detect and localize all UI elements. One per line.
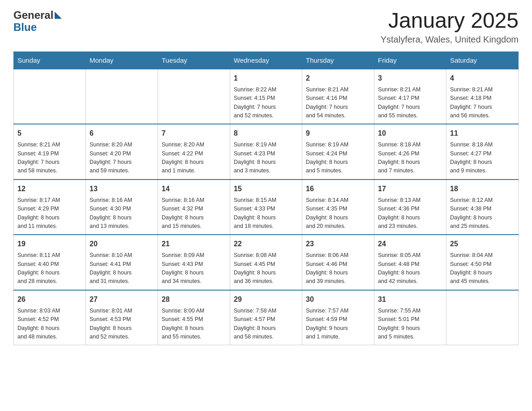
- day-info: Sunrise: 8:20 AM Sunset: 4:20 PM Dayligh…: [90, 141, 154, 176]
- day-number: 18: [450, 184, 515, 194]
- day-number: 14: [162, 184, 226, 194]
- weekday-header-wednesday: Wednesday: [230, 51, 302, 69]
- calendar-week-row: 12Sunrise: 8:17 AM Sunset: 4:29 PM Dayli…: [14, 180, 519, 235]
- calendar-cell: 17Sunrise: 8:13 AM Sunset: 4:36 PM Dayli…: [374, 180, 446, 235]
- day-info: Sunrise: 8:08 AM Sunset: 4:45 PM Dayligh…: [234, 251, 298, 286]
- day-number: 1: [234, 73, 298, 84]
- day-info: Sunrise: 7:58 AM Sunset: 4:57 PM Dayligh…: [234, 307, 298, 342]
- calendar-cell: 5Sunrise: 8:21 AM Sunset: 4:19 PM Daylig…: [14, 124, 86, 180]
- day-number: 30: [306, 294, 370, 305]
- day-info: Sunrise: 8:03 AM Sunset: 4:52 PM Dayligh…: [17, 307, 82, 342]
- calendar-week-row: 5Sunrise: 8:21 AM Sunset: 4:19 PM Daylig…: [14, 124, 519, 180]
- calendar-cell: 7Sunrise: 8:20 AM Sunset: 4:22 PM Daylig…: [158, 124, 230, 180]
- day-number: 3: [378, 73, 442, 84]
- calendar-table: SundayMondayTuesdayWednesdayThursdayFrid…: [13, 51, 519, 346]
- weekday-header-friday: Friday: [374, 51, 446, 69]
- calendar-cell: 12Sunrise: 8:17 AM Sunset: 4:29 PM Dayli…: [14, 180, 86, 235]
- calendar-week-row: 26Sunrise: 8:03 AM Sunset: 4:52 PM Dayli…: [14, 290, 519, 345]
- day-info: Sunrise: 8:11 AM Sunset: 4:40 PM Dayligh…: [17, 251, 82, 286]
- calendar-week-row: 1Sunrise: 8:22 AM Sunset: 4:15 PM Daylig…: [14, 69, 519, 124]
- day-info: Sunrise: 8:05 AM Sunset: 4:48 PM Dayligh…: [378, 251, 442, 286]
- logo-wordmark: General Blue: [13, 9, 62, 34]
- day-info: Sunrise: 8:21 AM Sunset: 4:19 PM Dayligh…: [17, 141, 82, 176]
- calendar-cell: 13Sunrise: 8:16 AM Sunset: 4:30 PM Dayli…: [86, 180, 158, 235]
- calendar-cell: [158, 69, 230, 124]
- title-area: January 2025 Ystalyfera, Wales, United K…: [381, 9, 519, 45]
- day-number: 10: [378, 128, 442, 139]
- day-number: 16: [306, 184, 370, 194]
- day-number: 29: [234, 294, 298, 305]
- day-number: 20: [90, 239, 154, 249]
- day-info: Sunrise: 8:14 AM Sunset: 4:35 PM Dayligh…: [306, 196, 370, 231]
- day-number: 23: [306, 239, 370, 249]
- weekday-header-tuesday: Tuesday: [158, 51, 230, 69]
- day-info: Sunrise: 8:01 AM Sunset: 4:53 PM Dayligh…: [90, 307, 154, 342]
- day-info: Sunrise: 8:22 AM Sunset: 4:15 PM Dayligh…: [234, 86, 298, 120]
- calendar-cell: 15Sunrise: 8:15 AM Sunset: 4:33 PM Dayli…: [230, 180, 302, 235]
- calendar-cell: [446, 290, 519, 345]
- calendar-cell: 19Sunrise: 8:11 AM Sunset: 4:40 PM Dayli…: [14, 235, 86, 290]
- day-info: Sunrise: 8:06 AM Sunset: 4:46 PM Dayligh…: [306, 251, 370, 286]
- day-number: 13: [90, 184, 154, 194]
- day-number: 26: [17, 294, 82, 305]
- calendar-cell: 1Sunrise: 8:22 AM Sunset: 4:15 PM Daylig…: [230, 69, 302, 124]
- day-number: 15: [234, 184, 298, 194]
- calendar-cell: 10Sunrise: 8:18 AM Sunset: 4:26 PM Dayli…: [374, 124, 446, 180]
- calendar-week-row: 19Sunrise: 8:11 AM Sunset: 4:40 PM Dayli…: [14, 235, 519, 290]
- day-info: Sunrise: 8:19 AM Sunset: 4:23 PM Dayligh…: [234, 141, 298, 176]
- calendar-cell: 23Sunrise: 8:06 AM Sunset: 4:46 PM Dayli…: [302, 235, 374, 290]
- calendar-cell: 4Sunrise: 8:21 AM Sunset: 4:18 PM Daylig…: [446, 69, 519, 124]
- day-info: Sunrise: 8:15 AM Sunset: 4:33 PM Dayligh…: [234, 196, 298, 231]
- calendar-header-row: SundayMondayTuesdayWednesdayThursdayFrid…: [14, 51, 519, 69]
- calendar-cell: 14Sunrise: 8:16 AM Sunset: 4:32 PM Dayli…: [158, 180, 230, 235]
- weekday-header-monday: Monday: [86, 51, 158, 69]
- day-info: Sunrise: 8:19 AM Sunset: 4:24 PM Dayligh…: [306, 141, 370, 176]
- day-info: Sunrise: 8:20 AM Sunset: 4:22 PM Dayligh…: [162, 141, 226, 176]
- day-info: Sunrise: 8:00 AM Sunset: 4:55 PM Dayligh…: [162, 307, 226, 342]
- calendar-cell: 3Sunrise: 8:21 AM Sunset: 4:17 PM Daylig…: [374, 69, 446, 124]
- day-number: 19: [17, 239, 82, 249]
- day-info: Sunrise: 8:16 AM Sunset: 4:30 PM Dayligh…: [90, 196, 154, 231]
- calendar-cell: 16Sunrise: 8:14 AM Sunset: 4:35 PM Dayli…: [302, 180, 374, 235]
- day-number: 21: [162, 239, 226, 249]
- calendar-cell: 2Sunrise: 8:21 AM Sunset: 4:16 PM Daylig…: [302, 69, 374, 124]
- calendar-cell: [86, 69, 158, 124]
- day-number: 7: [162, 128, 226, 139]
- day-number: 24: [378, 239, 442, 249]
- day-info: Sunrise: 8:04 AM Sunset: 4:50 PM Dayligh…: [450, 251, 515, 286]
- day-number: 25: [450, 239, 515, 249]
- day-info: Sunrise: 8:21 AM Sunset: 4:17 PM Dayligh…: [378, 86, 442, 120]
- weekday-header-saturday: Saturday: [446, 51, 519, 69]
- weekday-header-sunday: Sunday: [14, 51, 86, 69]
- calendar-cell: 29Sunrise: 7:58 AM Sunset: 4:57 PM Dayli…: [230, 290, 302, 345]
- page-header: General Blue January 2025 Ystalyfera, Wa…: [13, 9, 519, 45]
- day-info: Sunrise: 8:16 AM Sunset: 4:32 PM Dayligh…: [162, 196, 226, 231]
- location-subtitle: Ystalyfera, Wales, United Kingdom: [381, 34, 519, 45]
- day-info: Sunrise: 8:13 AM Sunset: 4:36 PM Dayligh…: [378, 196, 442, 231]
- day-info: Sunrise: 7:57 AM Sunset: 4:59 PM Dayligh…: [306, 307, 370, 342]
- day-number: 6: [90, 128, 154, 139]
- day-number: 8: [234, 128, 298, 139]
- calendar-cell: 11Sunrise: 8:18 AM Sunset: 4:27 PM Dayli…: [446, 124, 519, 180]
- day-number: 9: [306, 128, 370, 139]
- day-info: Sunrise: 8:09 AM Sunset: 4:43 PM Dayligh…: [162, 251, 226, 286]
- calendar-cell: 25Sunrise: 8:04 AM Sunset: 4:50 PM Dayli…: [446, 235, 519, 290]
- day-info: Sunrise: 8:10 AM Sunset: 4:41 PM Dayligh…: [90, 251, 154, 286]
- day-number: 5: [17, 128, 82, 139]
- calendar-cell: 8Sunrise: 8:19 AM Sunset: 4:23 PM Daylig…: [230, 124, 302, 180]
- calendar-cell: 18Sunrise: 8:12 AM Sunset: 4:38 PM Dayli…: [446, 180, 519, 235]
- calendar-cell: 24Sunrise: 8:05 AM Sunset: 4:48 PM Dayli…: [374, 235, 446, 290]
- calendar-cell: 20Sunrise: 8:10 AM Sunset: 4:41 PM Dayli…: [86, 235, 158, 290]
- calendar-cell: 6Sunrise: 8:20 AM Sunset: 4:20 PM Daylig…: [86, 124, 158, 180]
- calendar-cell: 26Sunrise: 8:03 AM Sunset: 4:52 PM Dayli…: [14, 290, 86, 345]
- day-info: Sunrise: 8:21 AM Sunset: 4:18 PM Dayligh…: [450, 86, 515, 120]
- calendar-cell: 30Sunrise: 7:57 AM Sunset: 4:59 PM Dayli…: [302, 290, 374, 345]
- calendar-cell: [14, 69, 86, 124]
- calendar-cell: 31Sunrise: 7:55 AM Sunset: 5:01 PM Dayli…: [374, 290, 446, 345]
- day-info: Sunrise: 8:17 AM Sunset: 4:29 PM Dayligh…: [17, 196, 82, 231]
- calendar-cell: 21Sunrise: 8:09 AM Sunset: 4:43 PM Dayli…: [158, 235, 230, 290]
- day-number: 12: [17, 184, 82, 194]
- calendar-cell: 22Sunrise: 8:08 AM Sunset: 4:45 PM Dayli…: [230, 235, 302, 290]
- day-number: 17: [378, 184, 442, 194]
- day-number: 4: [450, 73, 515, 84]
